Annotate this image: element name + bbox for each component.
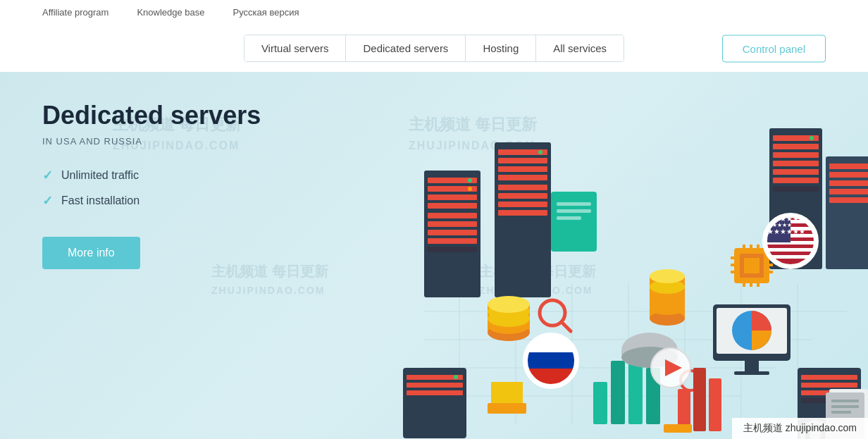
svg-rect-23: [495, 142, 551, 297]
svg-point-90: [454, 375, 458, 379]
svg-rect-35: [557, 209, 591, 213]
svg-rect-72: [773, 144, 819, 149]
svg-rect-80: [829, 163, 868, 169]
svg-rect-28: [498, 185, 547, 190]
svg-rect-36: [557, 216, 581, 220]
nav-links-group: Virtual servers Dedicated servers Hostin…: [244, 35, 624, 62]
check-icon-2: ✓: [42, 193, 53, 209]
hero-title: Dedicated servers: [42, 100, 310, 130]
svg-rect-109: [750, 283, 752, 287]
svg-point-22: [468, 187, 472, 191]
svg-rect-100: [731, 264, 734, 266]
svg-rect-104: [769, 271, 773, 273]
dedicated-servers-link[interactable]: Dedicated servers: [346, 35, 466, 61]
knowledge-base-link[interactable]: Knowledge base: [137, 7, 204, 18]
virtual-servers-link[interactable]: Virtual servers: [244, 35, 347, 61]
feature-list: ✓ Unlimited traffic ✓ Fast installation: [42, 168, 310, 209]
svg-rect-84: [829, 197, 868, 203]
svg-line-51: [562, 322, 571, 331]
bottom-watermark-url: zhujipindao.com: [786, 422, 857, 433]
svg-rect-101: [731, 271, 734, 273]
svg-rect-33: [551, 192, 597, 252]
svg-rect-123: [831, 405, 859, 408]
svg-rect-68: [745, 361, 759, 371]
svg-rect-88: [407, 383, 463, 388]
hero-section: 主机频道 每日更新ZHUJIPINDAO.COM 主机频道 每日更新ZHUJIP…: [0, 72, 868, 439]
svg-rect-60: [709, 378, 721, 431]
svg-text:★★★★★★: ★★★★★★: [767, 228, 805, 235]
svg-rect-113: [664, 424, 692, 433]
svg-rect-134: [766, 248, 815, 252]
svg-rect-19: [428, 238, 477, 244]
svg-rect-77: [773, 186, 819, 192]
svg-rect-108: [743, 283, 745, 287]
svg-rect-30: [498, 202, 547, 207]
svg-rect-112: [491, 382, 523, 403]
svg-rect-110: [757, 283, 760, 287]
svg-rect-59: [693, 368, 706, 431]
svg-rect-73: [773, 152, 819, 158]
bottom-watermark-bar: 主机频道 zhujipindao.com: [732, 418, 868, 439]
svg-rect-25: [498, 158, 547, 163]
svg-point-32: [538, 150, 542, 154]
check-icon-1: ✓: [42, 168, 53, 183]
svg-rect-75: [773, 169, 819, 175]
svg-rect-93: [801, 383, 857, 388]
svg-rect-122: [831, 400, 859, 402]
svg-rect-76: [773, 178, 819, 183]
svg-rect-83: [829, 189, 868, 194]
svg-point-78: [810, 136, 814, 140]
hero-illustration: ★★★★★★ ★★★★★ ★★★★★★: [318, 86, 868, 439]
svg-rect-27: [498, 175, 547, 180]
control-panel-button[interactable]: Control panel: [722, 35, 826, 62]
main-navigation: Virtual servers Dedicated servers Hostin…: [0, 25, 868, 72]
svg-rect-103: [769, 264, 773, 266]
feature-item-2: ✓ Fast installation: [42, 193, 310, 209]
top-navigation: Affiliate program Knowledge base Русская…: [0, 0, 868, 25]
svg-point-21: [468, 178, 472, 183]
svg-rect-145: [526, 352, 576, 369]
svg-rect-82: [829, 180, 868, 186]
svg-rect-31: [498, 210, 547, 216]
svg-rect-26: [498, 166, 547, 172]
all-services-link[interactable]: All services: [536, 35, 624, 61]
svg-rect-69: [734, 371, 769, 375]
svg-rect-92: [801, 375, 857, 380]
svg-rect-106: [750, 245, 752, 248]
svg-rect-20: [428, 247, 477, 252]
svg-rect-74: [773, 161, 819, 166]
svg-rect-55: [611, 361, 625, 424]
russian-version-link[interactable]: Русская версия: [233, 7, 299, 18]
feature-item-1: ✓ Unlimited traffic: [42, 168, 310, 183]
svg-rect-105: [743, 245, 745, 248]
svg-rect-16: [428, 213, 477, 218]
svg-rect-54: [593, 382, 607, 424]
svg-rect-98: [744, 258, 760, 273]
svg-rect-99: [731, 256, 734, 259]
affiliate-program-link[interactable]: Affiliate program: [42, 7, 108, 18]
svg-rect-18: [428, 230, 477, 235]
hero-subtitle: IN USA AND RUSSIA: [42, 136, 310, 147]
hosting-link[interactable]: Hosting: [466, 35, 536, 61]
feature-label-1: Unlimited traffic: [61, 169, 139, 182]
svg-rect-124: [831, 411, 851, 414]
svg-rect-29: [498, 193, 547, 199]
svg-rect-89: [407, 390, 463, 395]
svg-rect-14: [428, 194, 477, 200]
svg-rect-111: [488, 403, 526, 414]
svg-point-49: [650, 269, 685, 283]
more-info-button[interactable]: More info: [42, 237, 140, 269]
feature-label-2: Fast installation: [61, 194, 140, 207]
svg-rect-17: [428, 221, 477, 227]
svg-rect-34: [557, 202, 591, 206]
svg-rect-15: [428, 203, 477, 209]
svg-point-43: [488, 296, 530, 313]
svg-rect-81: [829, 172, 868, 178]
hero-content: Dedicated servers IN USA AND RUSSIA ✓ Un…: [42, 100, 310, 269]
bottom-watermark-text: 主机频道: [743, 422, 783, 433]
svg-rect-107: [757, 245, 760, 248]
